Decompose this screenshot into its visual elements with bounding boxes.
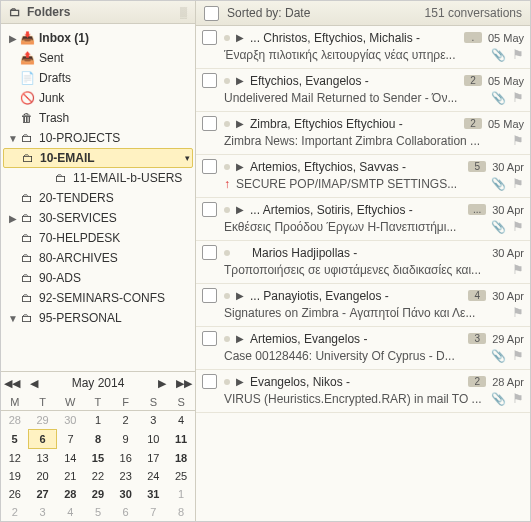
conv-checkbox[interactable] <box>202 374 217 389</box>
cal-day[interactable]: 29 <box>84 485 112 503</box>
cal-day[interactable]: 6 <box>112 503 140 521</box>
flag-icon[interactable]: ⚑ <box>512 133 524 148</box>
cal-day[interactable]: 14 <box>56 449 84 468</box>
cal-day[interactable]: 3 <box>140 411 168 430</box>
folder-item[interactable]: 🗀10-EMAIL▾ <box>3 148 193 168</box>
cal-day[interactable]: 18 <box>167 449 195 468</box>
conv-checkbox[interactable] <box>202 73 217 88</box>
cal-day[interactable]: 23 <box>112 467 140 485</box>
cal-day[interactable]: 26 <box>1 485 29 503</box>
cal-day[interactable]: 20 <box>29 467 57 485</box>
folder-item[interactable]: 🗑Trash <box>1 108 195 128</box>
expand-icon[interactable]: ▶ <box>236 161 244 172</box>
cal-day[interactable]: 1 <box>167 485 195 503</box>
cal-day[interactable]: 27 <box>29 485 57 503</box>
conversation-item[interactable]: ▶Eftychios, Evangelos -205 MayUndelivere… <box>196 69 530 112</box>
conv-checkbox[interactable] <box>202 202 217 217</box>
flag-icon[interactable]: ⚑ <box>512 219 524 234</box>
conversation-item[interactable]: ▶... Artemios, Sotiris, Eftychios -...30… <box>196 198 530 241</box>
cal-day[interactable]: 15 <box>84 449 112 468</box>
flag-icon[interactable]: ⚑ <box>512 90 524 105</box>
cal-day[interactable]: 4 <box>56 503 84 521</box>
expand-icon[interactable]: ▶ <box>236 376 244 387</box>
folder-menu-icon[interactable]: ▾ <box>185 153 190 163</box>
cal-day[interactable]: 25 <box>167 467 195 485</box>
conversation-item[interactable]: ▶Zimbra, Eftychios Eftychiou -205 MayZim… <box>196 112 530 155</box>
conversation-item[interactable]: ▶Artemios, Evangelos -329 AprCase 001284… <box>196 327 530 370</box>
expand-icon[interactable]: ▶ <box>236 118 244 129</box>
cal-day[interactable]: 31 <box>140 485 168 503</box>
expand-icon[interactable]: ▶ <box>236 204 244 215</box>
flag-icon[interactable]: ⚑ <box>512 305 524 320</box>
cal-day[interactable]: 28 <box>1 411 29 430</box>
folder-item[interactable]: 🚫Junk <box>1 88 195 108</box>
cal-day[interactable]: 7 <box>56 430 84 449</box>
cal-day[interactable]: 6 <box>29 430 57 449</box>
cal-day[interactable]: 30 <box>112 485 140 503</box>
conversation-item[interactable]: ▶... Panayiotis, Evangelos -430 AprSigna… <box>196 284 530 327</box>
cal-day[interactable]: 8 <box>167 503 195 521</box>
cal-day[interactable]: 10 <box>140 430 168 449</box>
cal-next-year[interactable]: ▶▶ <box>173 377 195 390</box>
folder-item[interactable]: 🗀20-TENDERS <box>1 188 195 208</box>
folder-item[interactable]: 📄Drafts <box>1 68 195 88</box>
cal-prev-month[interactable]: ◀ <box>27 377 41 390</box>
cal-day[interactable]: 19 <box>1 467 29 485</box>
folder-item[interactable]: 🗀80-ARCHIVES <box>1 248 195 268</box>
select-all-checkbox[interactable] <box>204 6 219 21</box>
conversation-item[interactable]: ▶... Christos, Eftychios, Michalis -.05 … <box>196 26 530 69</box>
cal-day[interactable]: 13 <box>29 449 57 468</box>
cal-day[interactable]: 24 <box>140 467 168 485</box>
twisty-icon[interactable]: ▼ <box>7 313 19 324</box>
collapse-grip-icon[interactable]: ▒ <box>180 7 187 18</box>
expand-icon[interactable]: ▶ <box>236 290 244 301</box>
expand-icon[interactable]: ▶ <box>236 32 244 43</box>
folder-item[interactable]: 🗀92-SEMINARS-CONFS <box>1 288 195 308</box>
cal-day[interactable]: 2 <box>1 503 29 521</box>
folder-item[interactable]: ▶🗀30-SERVICES <box>1 208 195 228</box>
cal-day[interactable]: 11 <box>167 430 195 449</box>
folder-item[interactable]: 🗀11-EMAIL-b-USERS <box>1 168 195 188</box>
folder-item[interactable]: 🗀90-ADS <box>1 268 195 288</box>
cal-day[interactable]: 12 <box>1 449 29 468</box>
conv-checkbox[interactable] <box>202 288 217 303</box>
expand-icon[interactable]: ▶ <box>236 75 244 86</box>
folder-item[interactable]: ▶📥Inbox (1) <box>1 28 195 48</box>
folder-item[interactable]: ▼🗀10-PROJECTS <box>1 128 195 148</box>
cal-day[interactable]: 30 <box>56 411 84 430</box>
cal-day[interactable]: 3 <box>29 503 57 521</box>
cal-day[interactable]: 29 <box>29 411 57 430</box>
cal-prev-year[interactable]: ◀◀ <box>1 377 23 390</box>
conv-checkbox[interactable] <box>202 331 217 346</box>
folder-item[interactable]: ▼🗀95-PERSONAL <box>1 308 195 328</box>
conversation-item[interactable]: Marios Hadjipollas -30 AprΤροποποιήσεις … <box>196 241 530 284</box>
cal-day[interactable]: 9 <box>112 430 140 449</box>
cal-next-month[interactable]: ▶ <box>155 377 169 390</box>
cal-day[interactable]: 8 <box>84 430 112 449</box>
cal-day[interactable]: 16 <box>112 449 140 468</box>
flag-icon[interactable]: ⚑ <box>512 348 524 363</box>
folder-item[interactable]: 📤Sent <box>1 48 195 68</box>
twisty-icon[interactable]: ▶ <box>7 213 19 224</box>
cal-day[interactable]: 5 <box>84 503 112 521</box>
cal-day[interactable]: 17 <box>140 449 168 468</box>
conversation-item[interactable]: ▶Artemios, Eftychios, Savvas -530 Apr↑SE… <box>196 155 530 198</box>
flag-icon[interactable]: ⚑ <box>512 47 524 62</box>
sort-indicator[interactable]: Sorted by: Date <box>227 6 417 20</box>
cal-day[interactable]: 21 <box>56 467 84 485</box>
cal-day[interactable]: 2 <box>112 411 140 430</box>
flag-icon[interactable]: ⚑ <box>512 176 524 191</box>
cal-day[interactable]: 1 <box>84 411 112 430</box>
flag-icon[interactable]: ⚑ <box>512 262 524 277</box>
cal-day[interactable]: 7 <box>140 503 168 521</box>
conv-checkbox[interactable] <box>202 159 217 174</box>
cal-day[interactable]: 5 <box>1 430 29 449</box>
twisty-icon[interactable]: ▼ <box>7 133 19 144</box>
cal-day[interactable]: 22 <box>84 467 112 485</box>
expand-icon[interactable]: ▶ <box>236 333 244 344</box>
flag-icon[interactable]: ⚑ <box>512 391 524 406</box>
cal-day[interactable]: 4 <box>167 411 195 430</box>
conv-checkbox[interactable] <box>202 245 217 260</box>
conv-checkbox[interactable] <box>202 116 217 131</box>
twisty-icon[interactable]: ▶ <box>7 33 19 44</box>
